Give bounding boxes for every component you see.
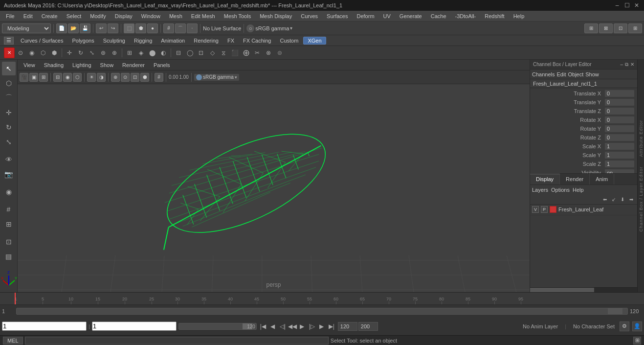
- cb-float[interactable]: ⧉: [625, 62, 628, 68]
- vp-view[interactable]: View: [20, 61, 39, 69]
- select-mask-btn[interactable]: ⊕: [111, 73, 120, 82]
- sec-menu-rendering[interactable]: Rendering: [190, 37, 222, 45]
- target-weld-btn[interactable]: ⊚: [274, 47, 285, 58]
- extrude-btn[interactable]: ⊡: [196, 47, 206, 58]
- snap-pt-btn[interactable]: ·: [187, 23, 198, 33]
- sec-menu-animation[interactable]: Animation: [157, 37, 189, 45]
- soft-sel-btn[interactable]: ◐: [158, 47, 169, 58]
- layer-tab-anim[interactable]: Anim: [590, 174, 614, 184]
- paint-btn[interactable]: ●: [147, 23, 158, 33]
- fill-btn[interactable]: ⬛: [229, 47, 240, 58]
- view-btn[interactable]: 👁: [2, 153, 16, 166]
- viewport-canvas[interactable]: persp: [18, 84, 530, 292]
- cut-btn[interactable]: ✂: [252, 47, 263, 58]
- lattice-btn[interactable]: ⊞: [124, 47, 135, 58]
- first-frame-btn[interactable]: |◀: [259, 322, 267, 331]
- scale-btn[interactable]: ⤡: [87, 47, 97, 58]
- sec-menu-rigging[interactable]: Rigging: [130, 37, 156, 45]
- camera-btn[interactable]: 📷: [2, 167, 16, 181]
- rotate-tool-btn[interactable]: ↻: [2, 120, 16, 134]
- attr-rotate-x-value[interactable]: 0: [605, 116, 634, 123]
- select-btn[interactable]: ⬚: [124, 23, 134, 33]
- menu-generate[interactable]: Generate: [396, 12, 426, 20]
- panel-btn2[interactable]: ⊡: [614, 23, 627, 33]
- command-line[interactable]: [25, 337, 329, 345]
- sec-menu-curves[interactable]: Curves / Surfaces: [17, 37, 67, 45]
- mode-edge-btn[interactable]: ⬢: [49, 47, 60, 58]
- sculpt-btn[interactable]: ⬤: [147, 47, 157, 58]
- timeline-playhead[interactable]: [15, 293, 16, 304]
- attr-translate-x-value[interactable]: 0: [605, 90, 634, 97]
- smooth-btn[interactable]: ◯: [184, 47, 195, 58]
- menu-edit[interactable]: Edit: [20, 12, 37, 20]
- xgen-btn[interactable]: XGen: [303, 37, 326, 45]
- char-set-btn[interactable]: 👤: [632, 322, 642, 331]
- gamma-chevron[interactable]: ▾: [290, 25, 292, 31]
- cb-object[interactable]: Object: [568, 71, 583, 77]
- close-btn[interactable]: ✕: [633, 2, 640, 9]
- lasso-btn[interactable]: ⬟: [135, 23, 146, 33]
- undo-btn[interactable]: ↩: [96, 23, 107, 33]
- layer-scrollbar-thumb[interactable]: [530, 288, 594, 292]
- sec-menu-polygons[interactable]: Polygons: [68, 37, 98, 45]
- save-btn[interactable]: 💾: [80, 23, 90, 33]
- menu-help[interactable]: Help: [510, 12, 529, 20]
- camera-icon-btn[interactable]: 🎥: [20, 73, 28, 82]
- show-grid-btn[interactable]: #: [2, 203, 16, 216]
- film-btn[interactable]: ▣: [29, 73, 38, 82]
- cluster-btn[interactable]: ◈: [135, 47, 146, 58]
- soft-mod-btn[interactable]: ⊛: [98, 47, 109, 58]
- range-bar[interactable]: [16, 308, 628, 315]
- menu-edit-mesh[interactable]: Edit Mesh: [187, 12, 219, 20]
- menu-mesh-display[interactable]: Mesh Display: [256, 12, 296, 20]
- layer-menu-layers[interactable]: Layers: [532, 187, 548, 193]
- snap-tools-btn[interactable]: ⊞: [2, 217, 16, 231]
- menu-display[interactable]: Display: [111, 12, 136, 20]
- bridge-btn[interactable]: ⧖: [218, 47, 229, 58]
- layer-tab-display[interactable]: Display: [530, 174, 560, 184]
- wire-btn[interactable]: ⊟: [173, 47, 184, 58]
- cb-attributes[interactable]: Translate X 0 Translate Y 0 Translate Z …: [530, 88, 637, 173]
- anim-settings-btn[interactable]: ⚙: [620, 322, 629, 331]
- menu-deform[interactable]: Deform: [353, 12, 378, 20]
- menu-file[interactable]: File: [2, 12, 19, 20]
- playback-range-slider[interactable]: 120: [178, 323, 257, 330]
- bevel-btn[interactable]: ◇: [207, 47, 218, 58]
- grid-display-btn[interactable]: #: [155, 73, 163, 82]
- move-btn[interactable]: ✛: [64, 47, 75, 58]
- menu-select[interactable]: Select: [63, 12, 86, 20]
- cb-minimize[interactable]: –: [620, 62, 623, 68]
- next-frame-btn[interactable]: ▶: [317, 322, 326, 331]
- menu-mesh-tools[interactable]: Mesh Tools: [220, 12, 255, 20]
- mode-face-btn[interactable]: ⬡: [38, 47, 48, 58]
- timeline-ruler[interactable]: 1 5 10 15 20 25: [0, 293, 644, 305]
- attr-rotate-z-value[interactable]: 0: [605, 134, 634, 141]
- shaded-btn[interactable]: ◉: [63, 73, 72, 82]
- isolate-btn[interactable]: ⊙: [121, 73, 130, 82]
- mode-hier-btn[interactable]: ◉: [26, 47, 37, 58]
- menu-uv[interactable]: UV: [379, 12, 395, 20]
- channel-box-label[interactable]: Channel Box / Layer Editor: [639, 166, 644, 232]
- next-key-btn[interactable]: |▷: [308, 322, 316, 331]
- scale-tool-btn[interactable]: ⤡: [2, 135, 16, 149]
- menu-mesh[interactable]: Mesh: [165, 12, 186, 20]
- prev-key-btn[interactable]: ◁|: [278, 322, 287, 331]
- cb-show[interactable]: Show: [585, 71, 599, 77]
- append-btn[interactable]: ⊕: [241, 47, 251, 58]
- layer-scrollbar[interactable]: [530, 287, 637, 292]
- show-manip-btn[interactable]: ⊕: [109, 47, 120, 58]
- rotate-btn[interactable]: ↻: [75, 47, 86, 58]
- move-tool-btn[interactable]: ✛: [2, 106, 16, 119]
- display-options-btn[interactable]: ⊞: [584, 23, 598, 33]
- redo-btn[interactable]: ↪: [108, 23, 118, 33]
- menu-redshift[interactable]: Redshift: [481, 12, 508, 20]
- layer-pickable-btn[interactable]: P: [541, 206, 548, 213]
- select-tool-btn[interactable]: ↖: [2, 62, 16, 75]
- menu-surfaces[interactable]: Surfaces: [323, 12, 352, 20]
- secondary-menu-toggle[interactable]: ☰: [4, 37, 14, 45]
- current-frame-input[interactable]: [2, 322, 87, 331]
- vp-renderer[interactable]: Renderer: [118, 61, 149, 69]
- panel-btn3[interactable]: ⊞: [628, 23, 642, 33]
- maximize-btn[interactable]: ☐: [623, 2, 630, 9]
- play-back-btn[interactable]: ◀◀: [288, 322, 297, 331]
